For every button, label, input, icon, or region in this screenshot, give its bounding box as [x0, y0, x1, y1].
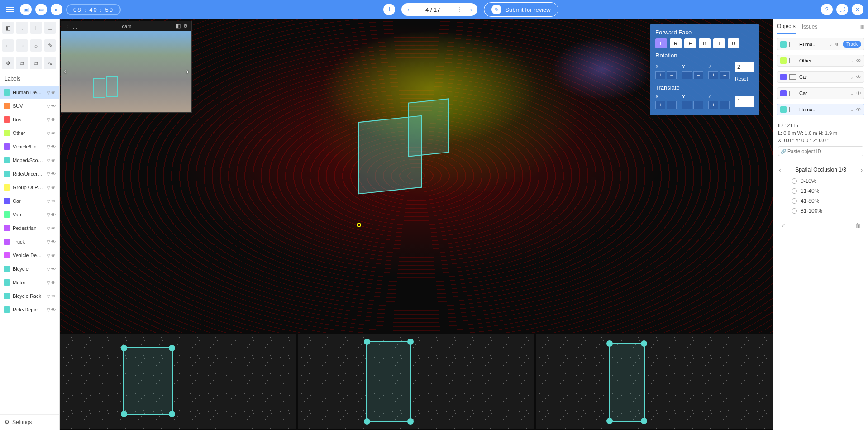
filter-icon[interactable]: ▽	[47, 117, 50, 122]
ortho-view-top[interactable]	[60, 334, 296, 429]
tool-measure[interactable]: ✎	[44, 39, 56, 52]
tool-zoom[interactable]: ⌕	[30, 39, 42, 52]
tr-x-minus[interactable]: −	[667, 101, 677, 109]
filter-icon[interactable]: ▽	[47, 131, 50, 136]
tool-anchor[interactable]: ⟂	[44, 22, 56, 34]
filter-icon[interactable]: ▽	[47, 253, 50, 258]
filter-icon[interactable]: ▽	[47, 172, 50, 177]
tool-paste[interactable]: ⧉	[30, 57, 42, 69]
eye-icon[interactable]: 👁	[51, 294, 56, 299]
tr-z-plus[interactable]: +	[708, 101, 718, 109]
ortho-view-front[interactable]	[536, 334, 773, 429]
tool-back[interactable]: ←	[2, 39, 14, 52]
eye-icon[interactable]: 👁	[51, 90, 56, 95]
tool-move[interactable]: ✥	[2, 57, 14, 69]
filter-icon[interactable]: ▽	[47, 307, 50, 312]
frame-menu-button[interactable]: ⋮	[453, 4, 467, 15]
eye-icon[interactable]: 👁	[51, 131, 56, 136]
object-item[interactable]: Car⌄👁	[777, 71, 864, 83]
label-item[interactable]: Van▽ 👁	[0, 208, 59, 221]
filter-icon[interactable]: ▽	[47, 294, 50, 299]
face-U[interactable]: U	[728, 38, 739, 48]
label-item[interactable]: Vehicle/Uncer...▽ 👁	[0, 140, 59, 153]
eye-icon[interactable]: 👁	[51, 158, 56, 163]
tr-x-plus[interactable]: +	[655, 101, 665, 109]
label-item[interactable]: Human-Depi...▽ 👁	[0, 86, 59, 99]
cuboid-selected[interactable]	[358, 115, 422, 195]
tool-forward[interactable]: →	[16, 39, 28, 52]
label-item[interactable]: Other▽ 👁	[0, 126, 59, 140]
face-F[interactable]: F	[684, 38, 696, 48]
chevron-down-icon[interactable]: ⌄	[829, 42, 832, 47]
label-item[interactable]: Motor▽ 👁	[0, 276, 59, 289]
cam-prev-button[interactable]: ‹	[64, 67, 66, 76]
eye-icon[interactable]: 👁	[51, 226, 56, 231]
label-item[interactable]: Bicycle Rack▽ 👁	[0, 289, 59, 303]
object-item[interactable]: Other⌄👁	[777, 55, 864, 67]
paste-id-input[interactable]	[778, 146, 863, 156]
eye-icon[interactable]: 👁	[51, 307, 56, 312]
rot-z-minus[interactable]: −	[720, 71, 730, 79]
tool-download[interactable]: ↓	[16, 22, 28, 34]
label-item[interactable]: Truck▽ 👁	[0, 235, 59, 248]
filter-icon[interactable]: ▽	[47, 239, 50, 244]
filter-icon[interactable]: ▽	[47, 280, 50, 285]
cam-gear-icon[interactable]: ⚙	[183, 23, 188, 29]
tr-y-plus[interactable]: +	[682, 101, 692, 109]
label-item[interactable]: Car▽ 👁	[0, 194, 59, 208]
cam-window-icon[interactable]: ◧	[176, 23, 181, 29]
next-frame-button[interactable]: ›	[467, 4, 476, 15]
tr-y-minus[interactable]: −	[693, 101, 703, 109]
label-item[interactable]: Moped/Scooter▽ 👁	[0, 153, 59, 167]
tool-cuboid[interactable]: ◧	[2, 22, 14, 34]
close-button[interactable]: ✕	[852, 4, 863, 15]
filter-icon[interactable]: ▽	[47, 212, 50, 217]
cam-menu-icon[interactable]: ⋮	[65, 23, 70, 29]
track-button[interactable]: Track	[843, 41, 861, 48]
ortho-view-side[interactable]	[298, 334, 535, 429]
occlusion-option[interactable]: 0-10%	[792, 178, 859, 184]
submit-button[interactable]: ✎ Submit for review	[484, 2, 558, 17]
main-3d-view[interactable]: ⋮ ⛶ cam ◧ ⚙ ‹ › Forward Face LRFBTU Rota…	[60, 19, 773, 333]
rot-y-plus[interactable]: +	[682, 71, 692, 79]
label-item[interactable]: Pedestrian▽ 👁	[0, 221, 59, 235]
filter-icon[interactable]: ▽	[47, 144, 50, 149]
rotation-reset[interactable]: Reset	[735, 76, 748, 81]
eye-icon[interactable]: 👁	[835, 42, 840, 47]
attr-next[interactable]: ›	[861, 167, 863, 173]
tool-text[interactable]: T	[30, 22, 42, 34]
eye-icon[interactable]: 👁	[51, 104, 56, 109]
camera-image[interactable]: ‹ ›	[61, 31, 191, 112]
eye-icon[interactable]: 👁	[856, 91, 861, 96]
rot-x-plus[interactable]: +	[655, 71, 665, 79]
label-item[interactable]: SUV▽ 👁	[0, 99, 59, 113]
eye-icon[interactable]: 👁	[51, 280, 56, 285]
chevron-down-icon[interactable]: ⌄	[850, 75, 854, 80]
filter-icon[interactable]: ▽	[47, 199, 50, 204]
topbar-tool-3[interactable]: ▸	[51, 4, 62, 15]
filter-icon[interactable]: ▽	[47, 158, 50, 163]
filter-icon[interactable]: ▽	[47, 104, 50, 109]
chevron-down-icon[interactable]: ⌄	[850, 107, 854, 112]
tr-z-minus[interactable]: −	[720, 101, 730, 109]
eye-icon[interactable]: 👁	[51, 144, 56, 149]
eye-icon[interactable]: 👁	[51, 253, 56, 258]
eye-icon[interactable]: 👁	[856, 107, 861, 112]
eye-icon[interactable]: 👁	[51, 267, 56, 272]
topbar-tool-2[interactable]: ▭	[35, 4, 47, 15]
info-button[interactable]: i	[383, 4, 395, 15]
face-T[interactable]: T	[713, 38, 725, 48]
label-item[interactable]: Vehicle-Depi...▽ 👁	[0, 248, 59, 262]
menu-button[interactable]	[5, 5, 16, 14]
eye-icon[interactable]: 👁	[51, 212, 56, 217]
prev-frame-button[interactable]: ‹	[403, 4, 413, 15]
tab-objects[interactable]: Objects	[777, 19, 796, 34]
chevron-down-icon[interactable]: ⌄	[850, 58, 854, 63]
tool-copy[interactable]: ⧉	[16, 57, 28, 69]
rotation-step-input[interactable]	[735, 62, 754, 72]
filter-icon[interactable]: ▽	[47, 90, 50, 95]
eye-icon[interactable]: 👁	[51, 185, 56, 190]
face-B[interactable]: B	[699, 38, 711, 48]
eye-icon[interactable]: 👁	[51, 117, 56, 122]
panel-toggle-icon[interactable]: ▥	[859, 24, 864, 30]
